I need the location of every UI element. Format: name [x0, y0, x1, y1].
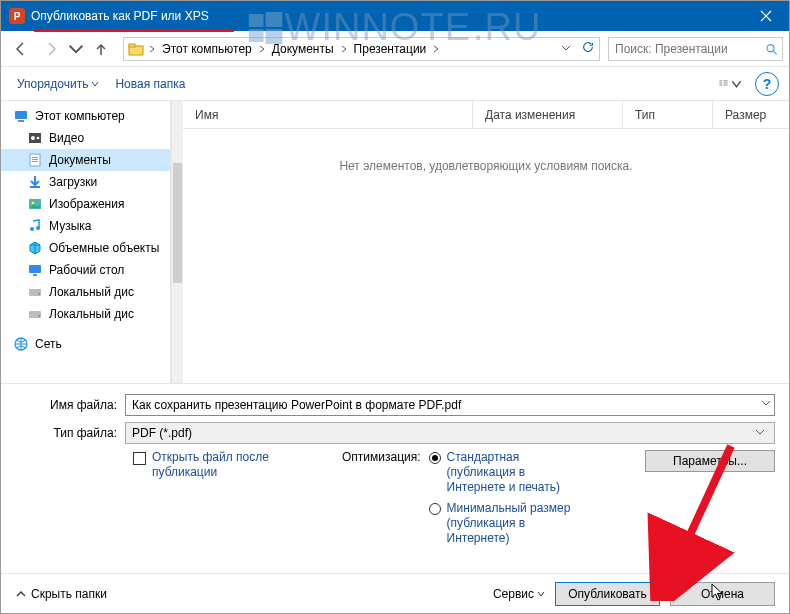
optimization-minimum-label: Минимальный размер (публикация в Интерне…: [447, 501, 587, 546]
video-icon: [27, 130, 43, 146]
nav-tree: Этот компьютерВидеоДокументыЗагрузкиИзоб…: [1, 101, 171, 383]
tree-item-label: Рабочий стол: [49, 263, 124, 277]
folder-icon: [128, 41, 144, 57]
filetype-label: Тип файла:: [15, 426, 125, 440]
tree-item-label: Этот компьютер: [35, 109, 125, 123]
tree-item-label: Изображения: [49, 197, 124, 211]
publish-button[interactable]: Опубликовать: [555, 582, 660, 606]
radio-selected-icon: [429, 452, 441, 464]
tools-label: Сервис: [493, 587, 534, 601]
breadcrumb-documents[interactable]: Документы: [270, 42, 336, 56]
chevron-down-icon: [752, 426, 768, 440]
svg-rect-19: [32, 161, 38, 162]
tree-item-8[interactable]: Локальный дис: [1, 281, 170, 303]
parameters-button[interactable]: Параметры...: [645, 450, 775, 472]
back-button[interactable]: [7, 35, 35, 63]
column-size[interactable]: Размер: [713, 101, 789, 128]
search-input[interactable]: [613, 41, 761, 57]
tree-item-0[interactable]: Этот компьютер: [1, 105, 170, 127]
close-button[interactable]: [743, 1, 789, 31]
save-form: Имя файла: Тип файла: PDF (*.pdf) Открыт…: [1, 383, 789, 552]
organize-label: Упорядочить: [17, 77, 88, 91]
breadcrumb-pc[interactable]: Этот компьютер: [160, 42, 254, 56]
refresh-button[interactable]: [581, 40, 595, 57]
column-headers: Имя Дата изменения Тип Размер: [183, 101, 789, 129]
svg-rect-12: [18, 120, 24, 122]
help-button[interactable]: ?: [755, 72, 779, 96]
svg-point-4: [767, 44, 774, 51]
optimization-label: Оптимизация:: [342, 450, 421, 544]
tree-item-label: Сеть: [35, 337, 62, 351]
open-after-label: Открыть файл после публикации: [152, 450, 302, 546]
svg-rect-11: [15, 111, 27, 119]
column-date[interactable]: Дата изменения: [473, 101, 623, 128]
new-folder-label: Новая папка: [115, 77, 185, 91]
tree-item-5[interactable]: Музыка: [1, 215, 170, 237]
new-folder-button[interactable]: Новая папка: [109, 73, 191, 95]
svg-point-14: [31, 136, 35, 140]
svg-point-30: [38, 315, 40, 317]
disk-icon: [27, 284, 43, 300]
tree-item-6[interactable]: Объемные объекты: [1, 237, 170, 259]
open-after-checkbox[interactable]: Открыть файл после публикации: [133, 450, 302, 546]
svg-rect-3: [129, 44, 135, 47]
tree-item-network[interactable]: Сеть: [1, 333, 170, 355]
cube-icon: [27, 240, 43, 256]
organize-menu[interactable]: Упорядочить: [11, 73, 105, 95]
title-underline-annotation: [34, 29, 234, 32]
down-icon: [27, 174, 43, 190]
tree-item-2[interactable]: Документы: [1, 149, 170, 171]
column-type[interactable]: Тип: [623, 101, 713, 128]
tree-item-3[interactable]: Загрузки: [1, 171, 170, 193]
filetype-combo[interactable]: PDF (*.pdf): [125, 422, 775, 444]
pc-icon: [13, 108, 29, 124]
cancel-button[interactable]: Отмена: [670, 582, 775, 606]
optimization-minimum-radio[interactable]: Минимальный размер (публикация в Интерне…: [429, 501, 587, 546]
filetype-value: PDF (*.pdf): [132, 426, 192, 440]
filename-dropdown[interactable]: [761, 397, 771, 411]
chevron-right-icon: [432, 42, 440, 56]
tree-item-1[interactable]: Видео: [1, 127, 170, 149]
history-dropdown[interactable]: [561, 42, 571, 56]
tree-scrollbar[interactable]: [171, 101, 183, 383]
tree-item-label: Музыка: [49, 219, 91, 233]
view-mode-button[interactable]: [717, 73, 743, 95]
tree-item-4[interactable]: Изображения: [1, 193, 170, 215]
search-box[interactable]: [608, 37, 783, 61]
music-icon: [27, 218, 43, 234]
tree-item-label: Объемные объекты: [49, 241, 159, 255]
tree-item-label: Загрузки: [49, 175, 97, 189]
svg-rect-5: [719, 80, 722, 81]
footer-bar: Скрыть папки Сервис Опубликовать Отмена: [1, 573, 789, 613]
filename-input[interactable]: [125, 394, 775, 416]
tools-menu[interactable]: Сервис: [493, 587, 545, 601]
app-icon: P: [9, 8, 25, 24]
recent-dropdown[interactable]: [67, 35, 85, 63]
doc-icon: [27, 152, 43, 168]
file-list-area: Имя Дата изменения Тип Размер Нет элемен…: [183, 101, 789, 383]
svg-rect-26: [33, 274, 37, 276]
optimization-standard-radio[interactable]: Стандартная (публикация в Интернете и пе…: [429, 450, 587, 495]
svg-rect-6: [719, 82, 722, 83]
breadcrumb-presentations[interactable]: Презентации: [352, 42, 429, 56]
svg-point-23: [30, 227, 34, 231]
svg-point-15: [37, 137, 40, 140]
svg-rect-10: [724, 84, 728, 85]
column-name[interactable]: Имя: [183, 101, 473, 128]
chevron-down-icon: [537, 590, 545, 598]
up-button[interactable]: [87, 35, 115, 63]
network-icon: [13, 336, 29, 352]
tree-item-label: Документы: [49, 153, 111, 167]
hide-folders-button[interactable]: Скрыть папки: [15, 587, 107, 601]
svg-rect-18: [32, 159, 38, 160]
svg-rect-20: [30, 186, 40, 188]
tree-item-7[interactable]: Рабочий стол: [1, 259, 170, 281]
svg-point-28: [38, 293, 40, 295]
forward-button[interactable]: [37, 35, 65, 63]
tree-item-label: Локальный дис: [49, 307, 134, 321]
tree-item-9[interactable]: Локальный дис: [1, 303, 170, 325]
address-bar[interactable]: Этот компьютер Документы Презентации: [123, 37, 600, 61]
content-area: Этот компьютерВидеоДокументыЗагрузкиИзоб…: [1, 101, 789, 383]
chevron-right-icon: [148, 42, 156, 56]
chevron-right-icon: [258, 42, 266, 56]
